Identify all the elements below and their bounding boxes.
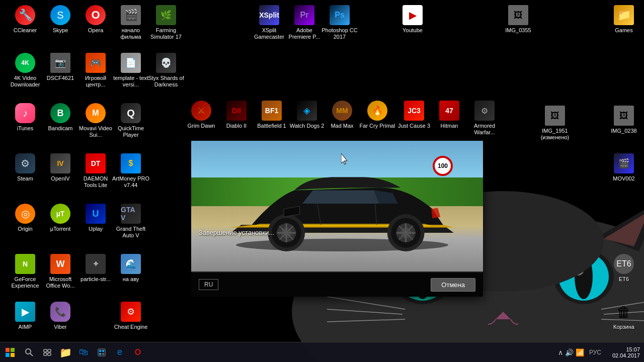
svg-rect-48 bbox=[98, 349, 105, 356]
svg-rect-50 bbox=[102, 350, 104, 352]
icon-nachalo[interactable]: 🎬 начало фильма bbox=[111, 5, 151, 40]
svg-rect-52 bbox=[102, 353, 104, 355]
svg-rect-44 bbox=[44, 349, 47, 352]
icon-xsplit[interactable]: XSplit XSplit Gamecaster bbox=[249, 5, 289, 40]
icon-farming[interactable]: 🌿 Farming Simulator 17 bbox=[146, 5, 186, 40]
icon-aimp[interactable]: ▶ AIMP bbox=[5, 302, 45, 330]
svg-rect-39 bbox=[11, 348, 15, 352]
edge-taskbar[interactable]: e bbox=[111, 343, 129, 361]
svg-line-43 bbox=[30, 353, 33, 356]
icon-gta5[interactable]: GTA V Grand Theft Auto V bbox=[111, 204, 151, 239]
icon-artmoney[interactable]: $ ArtMoney PRO v7.44 bbox=[111, 153, 151, 189]
svg-rect-38 bbox=[6, 348, 10, 352]
icon-img1951[interactable]: 🖼 IMG_1951 (изменено) bbox=[535, 106, 575, 141]
window-bottom-bar: RU Отмена bbox=[191, 273, 483, 297]
icon-img0355[interactable]: 🖼 IMG_0355 bbox=[498, 5, 538, 34]
icon-recycle-bin[interactable]: 🗑 Корзина bbox=[604, 302, 644, 330]
tray-icons: ∧ 🔊 📶 bbox=[558, 348, 584, 356]
icon-dscf[interactable]: 📷 DSCF4621 bbox=[40, 53, 80, 81]
icon-opera[interactable]: O Opera bbox=[75, 5, 116, 34]
icon-et6[interactable]: ET6 ET6 bbox=[604, 254, 644, 283]
icon-bandicam[interactable]: B Bandicam bbox=[40, 103, 80, 132]
svg-rect-40 bbox=[6, 353, 10, 357]
icon-template[interactable]: 📄 template - text versi... bbox=[111, 53, 151, 88]
icon-ccleaner[interactable]: 🔧 CCleaner bbox=[5, 5, 45, 34]
icon-daemon-tools[interactable]: DT DAEMON Tools Lite bbox=[75, 153, 116, 189]
icon-steam[interactable]: ⚙ Steam bbox=[5, 153, 45, 182]
icon-gaming-center[interactable]: 🎮 Игровой центр... bbox=[75, 53, 116, 88]
icon-games[interactable]: 📁 Games bbox=[604, 5, 644, 34]
icon-farcry-primal[interactable]: 🔥 Far Cry Primal bbox=[357, 101, 397, 129]
icon-movavi[interactable]: M Movavi Video Sui... bbox=[75, 103, 116, 138]
icon-justcause3[interactable]: JC3 Just Cause 3 bbox=[394, 101, 434, 129]
icon-premiere[interactable]: Pr Adobe Premiere P... bbox=[284, 5, 325, 40]
icon-uplay[interactable]: U Uplay bbox=[75, 204, 116, 232]
taskbar: 📁 🛍 e O ∧ 🔊 📶 РУС 15:07 02.04.2017 bbox=[0, 342, 644, 362]
icon-skype[interactable]: S Skype bbox=[40, 5, 80, 34]
icon-viber[interactable]: 📞 Viber bbox=[40, 302, 80, 330]
tray-lang[interactable]: РУС bbox=[589, 349, 601, 356]
svg-rect-49 bbox=[99, 350, 101, 352]
icon-4kvideo[interactable]: 4K 4K Video Downloader bbox=[5, 53, 45, 88]
tray-volume[interactable]: 📶 bbox=[576, 348, 584, 356]
icon-img0238[interactable]: 🖼 IMG_0238 bbox=[604, 106, 644, 134]
icon-particle[interactable]: ✦ particle-str... bbox=[75, 254, 116, 283]
icon-battlefield1[interactable]: BF1 Battlefield 1 bbox=[252, 101, 292, 129]
icon-photoshop[interactable]: Ps Photoshop CC 2017 bbox=[319, 5, 360, 40]
tray-chevron[interactable]: ∧ bbox=[558, 348, 563, 356]
icon-utorrent[interactable]: µT µTorrent bbox=[40, 204, 80, 232]
icon-watchdogs2[interactable]: ◈ Watch Dogs 2 bbox=[287, 101, 327, 129]
install-status-text: Завершение установки... bbox=[199, 229, 274, 236]
icon-geforce[interactable]: N GeForce Experience bbox=[5, 254, 45, 289]
system-tray: ∧ 🔊 📶 РУС bbox=[553, 348, 608, 356]
icon-naavu[interactable]: 🌊 на аву bbox=[111, 254, 151, 283]
icon-mov002[interactable]: 🎬 MOV002 bbox=[604, 153, 644, 182]
icon-openiv[interactable]: IV OpenIV bbox=[40, 153, 80, 182]
icon-itunes[interactable]: ♪ iTunes bbox=[5, 103, 45, 132]
svg-point-42 bbox=[26, 349, 31, 354]
car-scene: 100 bbox=[191, 141, 483, 272]
svg-rect-51 bbox=[99, 353, 101, 355]
icon-cheat-engine[interactable]: ⚙ Cheat Engine bbox=[111, 302, 151, 330]
tray-network[interactable]: 🔊 bbox=[565, 348, 574, 356]
icon-diablo2[interactable]: DII Diablo II bbox=[216, 101, 257, 129]
taskbar-clock[interactable]: 15:07 02.04.2017 bbox=[612, 346, 640, 358]
task-manager-taskbar[interactable] bbox=[93, 343, 111, 361]
opera-taskbar[interactable]: O bbox=[129, 343, 147, 361]
language-button[interactable]: RU bbox=[199, 279, 218, 290]
svg-rect-41 bbox=[11, 353, 15, 357]
desktop: 🔧 CCleaner S Skype O Opera 🎬 начало филь… bbox=[0, 0, 644, 362]
cancel-button[interactable]: Отмена bbox=[431, 278, 475, 292]
svg-rect-45 bbox=[48, 349, 51, 352]
svg-rect-46 bbox=[44, 353, 47, 355]
icon-origin[interactable]: ◎ Origin bbox=[5, 204, 45, 232]
icon-styx[interactable]: 💀 Styx Shards of Darkness bbox=[146, 53, 186, 88]
search-taskbar-button[interactable] bbox=[20, 343, 38, 361]
icon-armored-warfare[interactable]: ⚙ Armored Warfar... bbox=[464, 101, 505, 136]
task-view-button[interactable] bbox=[38, 343, 56, 361]
icon-madmax[interactable]: MM Mad Max bbox=[322, 101, 362, 129]
icon-ms-office-word[interactable]: W Microsoft Office Wo... bbox=[40, 254, 80, 289]
install-window: 100 bbox=[191, 141, 483, 297]
icon-youtube[interactable]: ▶ Youtube bbox=[392, 5, 433, 34]
icon-hitman[interactable]: 47 Hitman bbox=[429, 101, 469, 129]
file-explorer-taskbar[interactable]: 📁 bbox=[56, 343, 74, 361]
store-taskbar[interactable]: 🛍 bbox=[74, 343, 93, 361]
icon-grimdawn[interactable]: ⚔ Grim Dawn bbox=[181, 101, 221, 129]
icon-quicktime[interactable]: Q QuickTime Player bbox=[111, 103, 151, 138]
svg-rect-47 bbox=[48, 353, 51, 355]
start-button[interactable] bbox=[0, 342, 20, 363]
